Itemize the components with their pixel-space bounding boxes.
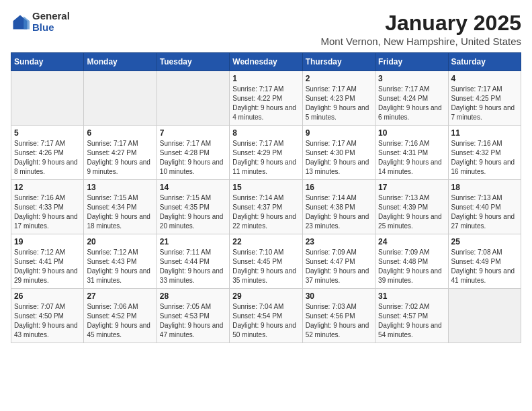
calendar-cell: 5Sunrise: 7:17 AM Sunset: 4:26 PM Daylig… [11,126,84,180]
calendar-cell: 3Sunrise: 7:17 AM Sunset: 4:24 PM Daylig… [375,71,448,126]
day-number: 20 [87,237,153,246]
calendar-cell: 4Sunrise: 7:17 AM Sunset: 4:25 PM Daylig… [448,71,521,126]
day-number: 7 [160,128,226,138]
calendar-cell [448,289,521,343]
calendar-cell: 31Sunrise: 7:02 AM Sunset: 4:57 PM Dayli… [375,289,448,343]
day-number: 31 [378,291,445,301]
day-info: Sunrise: 7:09 AM Sunset: 4:48 PM Dayligh… [378,248,445,285]
day-info: Sunrise: 7:13 AM Sunset: 4:40 PM Dayligh… [451,193,518,231]
day-info: Sunrise: 7:17 AM Sunset: 4:28 PM Dayligh… [160,139,226,177]
day-number: 9 [306,128,372,138]
day-number: 22 [232,237,299,246]
day-info: Sunrise: 7:15 AM Sunset: 4:34 PM Dayligh… [87,193,153,231]
day-number: 8 [232,128,299,138]
day-info: Sunrise: 7:06 AM Sunset: 4:52 PM Dayligh… [87,302,153,340]
calendar-cell: 17Sunrise: 7:13 AM Sunset: 4:39 PM Dayli… [375,180,448,234]
week-row-1: 1Sunrise: 7:17 AM Sunset: 4:22 PM Daylig… [11,71,521,126]
day-number: 2 [306,74,372,83]
day-number: 25 [451,237,518,246]
calendar-table: SundayMondayTuesdayWednesdayThursdayFrid… [11,52,521,343]
calendar-cell: 28Sunrise: 7:05 AM Sunset: 4:53 PM Dayli… [157,289,229,343]
day-number: 1 [232,74,299,83]
day-number: 30 [306,291,372,301]
calendar-cell: 12Sunrise: 7:16 AM Sunset: 4:33 PM Dayli… [11,180,84,234]
day-header-sunday: Sunday [11,53,84,71]
day-number: 26 [14,291,81,301]
calendar-cell: 23Sunrise: 7:09 AM Sunset: 4:47 PM Dayli… [302,234,375,289]
calendar-cell: 21Sunrise: 7:11 AM Sunset: 4:44 PM Dayli… [157,234,229,289]
calendar-cell: 18Sunrise: 7:13 AM Sunset: 4:40 PM Dayli… [448,180,521,234]
day-header-thursday: Thursday [302,53,375,71]
day-number: 6 [87,128,153,138]
day-number: 13 [87,183,153,192]
day-number: 24 [378,237,445,246]
day-number: 11 [451,128,518,138]
day-info: Sunrise: 7:15 AM Sunset: 4:35 PM Dayligh… [160,193,226,231]
week-row-2: 5Sunrise: 7:17 AM Sunset: 4:26 PM Daylig… [11,126,521,180]
day-info: Sunrise: 7:16 AM Sunset: 4:31 PM Dayligh… [378,139,445,177]
day-info: Sunrise: 7:10 AM Sunset: 4:45 PM Dayligh… [232,248,299,285]
day-number: 10 [378,128,445,138]
day-info: Sunrise: 7:05 AM Sunset: 4:53 PM Dayligh… [160,302,226,340]
week-row-4: 19Sunrise: 7:12 AM Sunset: 4:41 PM Dayli… [11,234,521,289]
day-number: 14 [160,183,226,192]
day-info: Sunrise: 7:17 AM Sunset: 4:26 PM Dayligh… [14,139,81,177]
day-header-friday: Friday [375,53,448,71]
calendar-cell [84,71,157,126]
day-info: Sunrise: 7:07 AM Sunset: 4:50 PM Dayligh… [14,302,81,340]
calendar-cell: 9Sunrise: 7:17 AM Sunset: 4:30 PM Daylig… [302,126,375,180]
day-info: Sunrise: 7:14 AM Sunset: 4:38 PM Dayligh… [306,193,372,231]
main-title: January 2025 [321,11,521,36]
day-info: Sunrise: 7:03 AM Sunset: 4:56 PM Dayligh… [306,302,372,340]
calendar-cell: 25Sunrise: 7:08 AM Sunset: 4:49 PM Dayli… [448,234,521,289]
day-number: 4 [451,74,518,83]
day-info: Sunrise: 7:16 AM Sunset: 4:32 PM Dayligh… [451,139,518,177]
day-number: 21 [160,237,226,246]
day-info: Sunrise: 7:02 AM Sunset: 4:57 PM Dayligh… [378,302,445,340]
day-number: 3 [378,74,445,83]
svg-marker-1 [24,16,30,29]
week-row-5: 26Sunrise: 7:07 AM Sunset: 4:50 PM Dayli… [11,289,521,343]
calendar-cell [11,71,84,126]
day-number: 15 [232,183,299,192]
day-info: Sunrise: 7:17 AM Sunset: 4:29 PM Dayligh… [232,139,299,177]
calendar-cell: 27Sunrise: 7:06 AM Sunset: 4:52 PM Dayli… [84,289,157,343]
day-info: Sunrise: 7:04 AM Sunset: 4:54 PM Dayligh… [232,302,299,340]
day-info: Sunrise: 7:13 AM Sunset: 4:39 PM Dayligh… [378,193,445,231]
day-info: Sunrise: 7:17 AM Sunset: 4:22 PM Dayligh… [232,85,299,122]
day-number: 5 [14,128,81,138]
week-row-3: 12Sunrise: 7:16 AM Sunset: 4:33 PM Dayli… [11,180,521,234]
calendar-cell: 1Sunrise: 7:17 AM Sunset: 4:22 PM Daylig… [230,71,302,126]
calendar-cell: 10Sunrise: 7:16 AM Sunset: 4:31 PM Dayli… [375,126,448,180]
day-info: Sunrise: 7:08 AM Sunset: 4:49 PM Dayligh… [451,248,518,285]
day-number: 17 [378,183,445,192]
calendar-cell: 7Sunrise: 7:17 AM Sunset: 4:28 PM Daylig… [157,126,229,180]
logo-blue-text: Blue [32,22,70,34]
calendar-cell: 30Sunrise: 7:03 AM Sunset: 4:56 PM Dayli… [302,289,375,343]
calendar-cell [157,71,229,126]
calendar-cell: 8Sunrise: 7:17 AM Sunset: 4:29 PM Daylig… [230,126,302,180]
day-info: Sunrise: 7:17 AM Sunset: 4:25 PM Dayligh… [451,85,518,122]
day-number: 27 [87,291,153,301]
day-info: Sunrise: 7:17 AM Sunset: 4:24 PM Dayligh… [378,85,445,122]
day-number: 29 [232,291,299,301]
calendar-header: SundayMondayTuesdayWednesdayThursdayFrid… [11,53,521,71]
calendar-cell: 11Sunrise: 7:16 AM Sunset: 4:32 PM Dayli… [448,126,521,180]
day-info: Sunrise: 7:14 AM Sunset: 4:37 PM Dayligh… [232,193,299,231]
day-number: 19 [14,237,81,246]
calendar-cell: 2Sunrise: 7:17 AM Sunset: 4:23 PM Daylig… [302,71,375,126]
day-info: Sunrise: 7:12 AM Sunset: 4:43 PM Dayligh… [87,248,153,285]
calendar-cell: 24Sunrise: 7:09 AM Sunset: 4:48 PM Dayli… [375,234,448,289]
title-area: January 2025 Mont Vernon, New Hampshire,… [321,11,521,47]
calendar-cell: 16Sunrise: 7:14 AM Sunset: 4:38 PM Dayli… [302,180,375,234]
day-info: Sunrise: 7:09 AM Sunset: 4:47 PM Dayligh… [306,248,372,285]
sub-title: Mont Vernon, New Hampshire, United State… [321,36,521,47]
day-number: 12 [14,183,81,192]
header: General Blue January 2025 Mont Vernon, N… [11,11,521,47]
day-header-monday: Monday [84,53,157,71]
logo-text: General Blue [32,11,70,33]
day-header-wednesday: Wednesday [230,53,302,71]
day-number: 28 [160,291,226,301]
day-info: Sunrise: 7:11 AM Sunset: 4:44 PM Dayligh… [160,248,226,285]
calendar-cell: 26Sunrise: 7:07 AM Sunset: 4:50 PM Dayli… [11,289,84,343]
